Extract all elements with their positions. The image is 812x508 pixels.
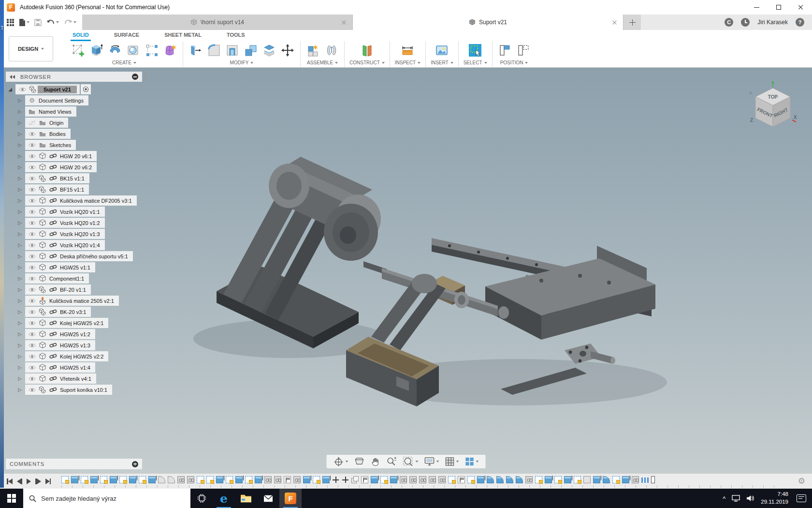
action-center-icon[interactable]: [797, 494, 806, 502]
timeline-sketch-icon[interactable]: [574, 476, 581, 483]
visibility-eye-icon[interactable]: [28, 132, 36, 136]
close-button[interactable]: [790, 0, 812, 15]
browser-item[interactable]: ▷Bodies: [6, 128, 151, 139]
browser-item[interactable]: ▷Vozík HQ20 v1:3: [6, 228, 151, 239]
browser-item[interactable]: ▷BK15 v1:1: [6, 173, 151, 184]
expand-arrow-icon[interactable]: ▷: [16, 220, 23, 225]
close-tab-icon[interactable]: [612, 20, 617, 25]
recent-activity-icon[interactable]: [741, 18, 750, 27]
taskbar-edge-button[interactable]: e: [213, 489, 235, 508]
move-copy-button[interactable]: [280, 42, 295, 59]
expand-arrow-icon[interactable]: ▷: [16, 365, 23, 370]
expand-arrow-icon[interactable]: ▷: [16, 354, 23, 359]
timeline-extrude-icon[interactable]: [303, 476, 310, 483]
visibility-eye-icon[interactable]: [18, 87, 26, 92]
browser-item[interactable]: ▷Vozík HQ20 v1:4: [6, 239, 151, 251]
timeline-sketch-icon[interactable]: [448, 476, 455, 483]
construct-group-label[interactable]: CONSTRUCT: [349, 60, 385, 65]
step-forward-button[interactable]: [35, 478, 41, 484]
timeline-sketch-icon[interactable]: [61, 476, 69, 483]
insert-group-label[interactable]: INSERT: [431, 60, 453, 65]
browser-item[interactable]: ▷Kuličková matice DF2005 v3:1: [6, 195, 151, 206]
taskbar-fusion-button[interactable]: F: [279, 489, 302, 508]
expand-arrow-icon[interactable]: ◢: [7, 87, 14, 92]
timeline-move-icon[interactable]: [332, 476, 339, 483]
expand-arrow-icon[interactable]: ▷: [16, 309, 23, 314]
volume-icon[interactable]: [746, 495, 754, 502]
visibility-eye-icon[interactable]: [28, 310, 36, 314]
browser-scrollbar-handle[interactable]: [144, 73, 145, 81]
timeline-extrude-icon[interactable]: [622, 476, 629, 483]
extrude-button[interactable]: [89, 42, 104, 59]
go-to-start-button[interactable]: [7, 478, 13, 484]
visibility-eye-icon[interactable]: [28, 254, 36, 259]
undo-button[interactable]: [46, 19, 59, 26]
timeline-sketch-icon[interactable]: [612, 476, 620, 483]
timeline-sketch-icon[interactable]: [535, 476, 542, 483]
browser-item[interactable]: ▷Origin: [6, 117, 151, 128]
inspect-group-label[interactable]: INSPECT: [395, 60, 420, 65]
timeline-extrude-icon[interactable]: [235, 476, 243, 483]
timeline-extrude-icon[interactable]: [71, 476, 78, 483]
display-settings-button[interactable]: [422, 457, 441, 466]
maximize-button[interactable]: [768, 0, 790, 15]
zoom-window-button[interactable]: [401, 456, 420, 467]
timeline-joint-icon[interactable]: [274, 476, 281, 483]
browser-item[interactable]: ▷HGW 20 v6:2: [6, 162, 151, 173]
user-account-button[interactable]: Jiri Karasek: [757, 19, 788, 26]
timeline-joint-icon[interactable]: [177, 476, 185, 483]
task-view-button[interactable]: [190, 489, 213, 508]
expand-arrow-icon[interactable]: ▷: [16, 287, 23, 292]
file-menu-button[interactable]: [19, 18, 29, 27]
pattern-button[interactable]: [144, 42, 160, 59]
tailstock-assembly[interactable]: [193, 157, 387, 358]
timeline-fillet-icon[interactable]: [168, 476, 175, 483]
viewports-button[interactable]: [463, 457, 481, 466]
timeline-flag-icon[interactable]: [361, 476, 368, 483]
create-group-label[interactable]: CREATE: [112, 60, 136, 65]
close-tab-icon[interactable]: [341, 20, 347, 25]
assemble-group-label[interactable]: ASSEMBLE: [307, 60, 338, 65]
timeline-extrude-icon[interactable]: [593, 476, 600, 483]
insert-canvas-button[interactable]: [434, 42, 450, 59]
browser-item[interactable]: ▷Vozík HQ20 v1:1: [6, 206, 151, 217]
browser-item[interactable]: ▷Component1:1: [6, 273, 151, 284]
browser-item[interactable]: ▷Vřeteník v4:1: [6, 373, 151, 384]
visibility-eye-icon[interactable]: [28, 165, 36, 170]
visibility-eye-icon[interactable]: [28, 321, 36, 326]
timeline-filletblue-icon[interactable]: [496, 476, 504, 483]
start-button[interactable]: [0, 489, 23, 508]
visibility-eye-icon[interactable]: [28, 187, 36, 192]
timeline-filletblue-icon[interactable]: [603, 476, 610, 483]
browser-item[interactable]: ▷HGW25 v1:2: [6, 329, 151, 340]
timeline-filletblue-icon[interactable]: [506, 476, 513, 483]
modify-group-label[interactable]: MODIFY: [230, 60, 254, 65]
ribbon-tab-tools[interactable]: TOOLS: [225, 32, 247, 41]
timeline-joint-icon[interactable]: [429, 476, 436, 483]
visibility-eye-icon[interactable]: [28, 376, 36, 381]
ribbon-tab-surface[interactable]: SURFACE: [112, 32, 142, 41]
document-tab-horni-suport[interactable]: \horní suport v14: [82, 15, 353, 30]
timeline-sketch-icon[interactable]: [245, 476, 252, 483]
3d-viewport[interactable]: ⌂ TOP FRONT RIGHT Z X BROWSER ◢Suport v2…: [0, 68, 812, 473]
position-group-label[interactable]: POSITION: [500, 60, 528, 65]
timeline-sketch-icon[interactable]: [139, 476, 146, 483]
visibility-eye-icon[interactable]: [28, 143, 36, 148]
look-at-button[interactable]: [352, 457, 367, 466]
timeline-fillet-icon[interactable]: [158, 476, 165, 483]
expand-arrow-icon[interactable]: ▷: [16, 98, 23, 103]
visibility-eye-icon[interactable]: [28, 221, 36, 225]
measure-button[interactable]: [400, 42, 415, 59]
timeline-flag-icon[interactable]: [284, 476, 291, 483]
press-pull-button[interactable]: [188, 42, 203, 59]
timeline-box-icon[interactable]: [583, 476, 591, 483]
timeline-endbar-icon[interactable]: [651, 476, 655, 483]
timeline-sketch-icon[interactable]: [206, 476, 214, 483]
taskbar-mail-button[interactable]: [257, 489, 279, 508]
timeline-joint-icon[interactable]: [419, 476, 426, 483]
timeline-copy-icon[interactable]: [351, 476, 359, 483]
expand-arrow-icon[interactable]: ▷: [16, 343, 23, 348]
add-comment-icon[interactable]: [132, 461, 138, 467]
timeline-joint-icon[interactable]: [293, 476, 301, 483]
redo-button[interactable]: [64, 19, 76, 26]
